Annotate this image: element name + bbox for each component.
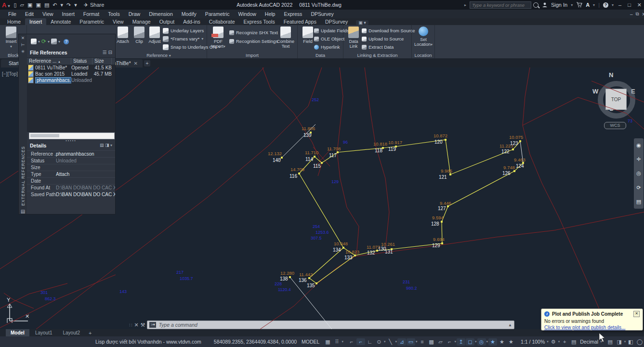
- panel-label-data[interactable]: Data: [298, 53, 343, 58]
- app-store-cart-icon[interactable]: [576, 2, 582, 8]
- ribbon-tab-express-tools[interactable]: Express Tools: [239, 18, 279, 25]
- status-tool-2[interactable]: ◧: [626, 338, 635, 346]
- command-input[interactable]: >▾ Type a command ▲: [147, 320, 514, 329]
- help-icon[interactable]: ?: [603, 2, 608, 8]
- status-toggle-1[interactable]: ⌐: [356, 338, 365, 345]
- status-toggle-14[interactable]: ★: [488, 338, 497, 346]
- menu-window[interactable]: Window: [234, 11, 260, 17]
- nav-wheel-icon[interactable]: ◉: [636, 142, 641, 148]
- maximize-button[interactable]: □: [626, 2, 632, 8]
- palette-autohide-icon[interactable]: ⊢: [21, 42, 25, 49]
- status-toggle-10-caret-icon[interactable]: ▾: [455, 340, 457, 344]
- plot-icon[interactable]: ▤: [44, 2, 49, 8]
- status-toggle-10[interactable]: ⌐: [446, 338, 454, 345]
- status-toggle-12-caret-icon[interactable]: ▾: [475, 340, 477, 344]
- ole-object-button[interactable]: OLE Object: [314, 35, 344, 42]
- save-icon[interactable]: ▣: [27, 2, 32, 8]
- download-from-source-button[interactable]: Download from Source: [362, 27, 415, 34]
- grid-toggle[interactable]: ▦: [323, 338, 332, 346]
- details-view-icon[interactable]: ▤: [100, 143, 104, 147]
- xref-name[interactable]: Bac son 2015: [35, 71, 65, 77]
- status-tool-1-caret-icon[interactable]: ▾: [624, 340, 626, 344]
- sign-in-button[interactable]: Sign In: [551, 2, 567, 8]
- menu-parametric[interactable]: Parametric: [201, 11, 234, 17]
- menu-express[interactable]: Express: [279, 11, 306, 17]
- search-icon[interactable]: [533, 2, 539, 8]
- status-toggle-7[interactable]: ≡: [418, 338, 427, 345]
- ribbon-tab-view[interactable]: View: [108, 18, 128, 25]
- status-toggle-9[interactable]: ▱: [436, 338, 445, 346]
- frames-vary-dropdown[interactable]: *Frames vary*▾: [163, 35, 203, 42]
- status-tool-3[interactable]: ◯: [635, 338, 644, 346]
- doc-minimize-button[interactable]: –: [630, 12, 633, 17]
- xref-name[interactable]: phanmanhbacs...: [35, 77, 71, 83]
- annotation-scale[interactable]: 1:1 / 100%: [521, 339, 545, 345]
- menu-insert[interactable]: Insert: [58, 11, 79, 17]
- file-tab-close-icon[interactable]: ✕: [134, 61, 138, 66]
- column-reference[interactable]: Reference ... ▲: [27, 58, 71, 65]
- status-toggle-16[interactable]: ★: [507, 338, 515, 346]
- combine-text-button[interactable]: CombineText: [276, 27, 295, 49]
- ribbon-tab-parametric[interactable]: Parametric: [75, 18, 108, 25]
- column-size[interactable]: Size: [92, 58, 112, 65]
- panel-label-linking[interactable]: Linking & Extraction: [343, 53, 411, 58]
- xref-row[interactable]: Bac son 2015Loaded45.7 MB: [27, 71, 115, 77]
- list-view-icon[interactable]: ☰: [103, 50, 107, 55]
- xref-name[interactable]: 0811 VuThiBe*: [35, 65, 67, 70]
- xref-row[interactable]: phanmanhbacs...↓Unloaded: [27, 77, 115, 83]
- ribbon-tab-output[interactable]: Output: [155, 18, 179, 25]
- recognition-settings-button[interactable]: Recognition Settings: [229, 38, 278, 45]
- xref-row[interactable]: 0811 VuThiBe*Opened41.5 KB: [27, 65, 115, 71]
- undo-caret-icon[interactable]: ▾: [61, 2, 64, 8]
- adjust-button[interactable]: Adjust: [145, 27, 164, 44]
- redo-icon[interactable]: ↷: [66, 2, 71, 8]
- status-toggle-4[interactable]: ╲: [386, 338, 394, 346]
- status-toggle-11[interactable]: ↥: [457, 338, 465, 346]
- minimize-button[interactable]: –: [617, 2, 623, 8]
- coordinates-display[interactable]: 584089.2355, 2364409.4384, 0.0000: [214, 339, 297, 345]
- menu-view[interactable]: View: [38, 11, 58, 17]
- menu-draw[interactable]: Draw: [124, 11, 145, 17]
- notification-close-icon[interactable]: ✕: [633, 311, 640, 317]
- ribbon-tab-collaborate[interactable]: Collaborate: [205, 18, 239, 25]
- wcs-button[interactable]: WCS: [604, 122, 626, 129]
- data-link-button[interactable]: DataLink: [344, 27, 363, 49]
- app-menu-button[interactable]: A ▾: [2, 1, 10, 9]
- new-layout-button[interactable]: +: [86, 330, 94, 336]
- undo-icon[interactable]: ↶: [53, 2, 57, 8]
- save-as-icon[interactable]: ▣: [36, 2, 40, 8]
- command-grip[interactable]: ∷: [129, 322, 132, 328]
- status-toggle-0[interactable]: ⌐: [347, 338, 356, 345]
- share-button[interactable]: ✈ Share: [84, 2, 105, 8]
- menu-format[interactable]: Format: [79, 11, 104, 17]
- ribbon-tab-manage[interactable]: Manage: [128, 18, 155, 25]
- status-toggle-13[interactable]: ◎: [477, 338, 486, 346]
- pdf-import-button[interactable]: PDFImport▾: [209, 27, 227, 49]
- palette-close-icon[interactable]: ✕: [21, 36, 25, 42]
- refresh-icon[interactable]: ⟳: [41, 38, 46, 45]
- help-circle-icon[interactable]: ?: [64, 39, 69, 44]
- recognize-shx-button[interactable]: Recognize SHX Text: [229, 29, 278, 36]
- column-status[interactable]: Status: [71, 58, 92, 65]
- command-recent-icon[interactable]: >▾: [149, 322, 156, 328]
- layout-tab-layout2[interactable]: Layout2: [58, 329, 85, 336]
- set-location-button[interactable]: SetLocation▾: [414, 27, 433, 47]
- clean-screen-plus-icon[interactable]: +: [560, 338, 569, 345]
- status-toggle-3-caret-icon[interactable]: ▾: [384, 340, 386, 344]
- status-tool-1[interactable]: ◨: [615, 338, 624, 346]
- viewcube[interactable]: N W E S TOP WCS: [595, 72, 639, 133]
- sign-in-caret-icon[interactable]: ▾: [571, 3, 573, 7]
- notification-link[interactable]: Click to view plot and publish details..…: [544, 325, 640, 330]
- change-path-icon[interactable]: [51, 39, 57, 44]
- redo-caret-icon[interactable]: ▾: [74, 2, 77, 8]
- layout-tab-model[interactable]: Model: [6, 329, 29, 336]
- status-toggle-6-caret-icon[interactable]: ▾: [416, 340, 418, 344]
- status-toggle-6[interactable]: ▭: [407, 338, 415, 346]
- search-expander[interactable]: ▸: [464, 3, 466, 7]
- command-customize-icon[interactable]: ⚒: [141, 322, 145, 328]
- palette-hscrollbar[interactable]: [29, 133, 115, 139]
- snap-toggle[interactable]: ⠿: [332, 338, 341, 346]
- ribbon-tab-add-ins[interactable]: Add-ins: [179, 18, 205, 25]
- command-expand-icon[interactable]: ▲: [508, 323, 512, 327]
- nav-motion-icon[interactable]: ▤: [636, 199, 641, 205]
